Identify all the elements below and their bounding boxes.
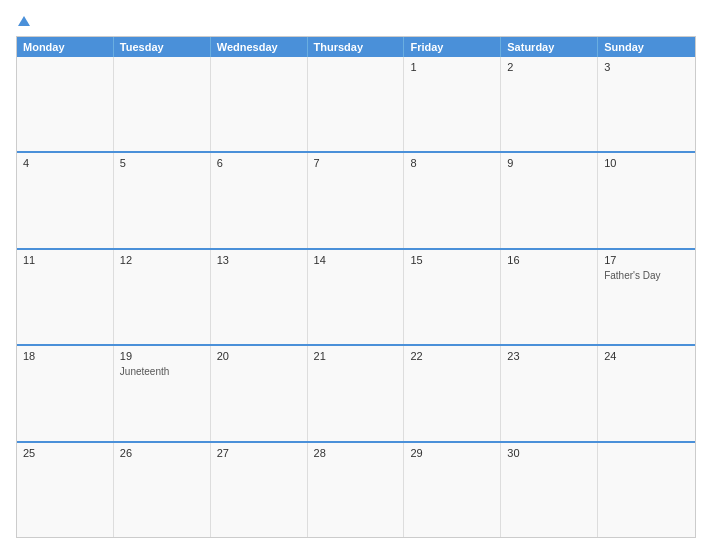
day-number: 25 [23,447,107,459]
calendar-week-3: 11121314151617Father's Day [17,250,695,346]
calendar-cell: 30 [501,443,598,537]
day-number: 24 [604,350,689,362]
day-number: 16 [507,254,591,266]
day-number: 2 [507,61,591,73]
calendar-cell: 15 [404,250,501,344]
day-number: 3 [604,61,689,73]
day-number: 26 [120,447,204,459]
day-number: 8 [410,157,494,169]
calendar-cell: 20 [211,346,308,440]
day-number: 6 [217,157,301,169]
calendar-cell: 13 [211,250,308,344]
calendar-cell: 9 [501,153,598,247]
day-number: 27 [217,447,301,459]
calendar-cell: 3 [598,57,695,151]
calendar-cell: 17Father's Day [598,250,695,344]
calendar-body: 1234567891011121314151617Father's Day181… [17,57,695,537]
day-number: 19 [120,350,204,362]
day-number: 29 [410,447,494,459]
calendar-cell: 14 [308,250,405,344]
day-number: 1 [410,61,494,73]
day-number: 30 [507,447,591,459]
weekday-header-sunday: Sunday [598,37,695,57]
calendar-week-2: 45678910 [17,153,695,249]
calendar-cell: 19Juneteenth [114,346,211,440]
day-number: 14 [314,254,398,266]
calendar-header: MondayTuesdayWednesdayThursdayFridaySatu… [17,37,695,57]
day-number: 5 [120,157,204,169]
day-number: 22 [410,350,494,362]
calendar-cell: 7 [308,153,405,247]
calendar-week-5: 252627282930 [17,443,695,537]
weekday-header-saturday: Saturday [501,37,598,57]
calendar-cell: 22 [404,346,501,440]
event-label: Father's Day [604,270,689,282]
calendar-cell: 28 [308,443,405,537]
weekday-header-thursday: Thursday [308,37,405,57]
calendar-cell: 2 [501,57,598,151]
day-number: 20 [217,350,301,362]
calendar-cell: 27 [211,443,308,537]
calendar-cell: 26 [114,443,211,537]
day-number: 18 [23,350,107,362]
day-number: 17 [604,254,689,266]
weekday-header-wednesday: Wednesday [211,37,308,57]
weekday-header-tuesday: Tuesday [114,37,211,57]
calendar-cell: 25 [17,443,114,537]
calendar-cell: 24 [598,346,695,440]
calendar-cell: 29 [404,443,501,537]
calendar-cell: 12 [114,250,211,344]
calendar-cell: 5 [114,153,211,247]
calendar-cell [598,443,695,537]
calendar-cell: 8 [404,153,501,247]
day-number: 13 [217,254,301,266]
logo-triangle-icon [18,16,30,26]
calendar: MondayTuesdayWednesdayThursdayFridaySatu… [16,36,696,538]
page-header [16,12,696,28]
calendar-week-1: 123 [17,57,695,153]
calendar-cell: 16 [501,250,598,344]
calendar-cell: 4 [17,153,114,247]
calendar-cell: 6 [211,153,308,247]
calendar-cell: 11 [17,250,114,344]
day-number: 28 [314,447,398,459]
calendar-cell: 18 [17,346,114,440]
calendar-cell: 1 [404,57,501,151]
calendar-cell: 21 [308,346,405,440]
calendar-cell: 10 [598,153,695,247]
logo [16,12,30,28]
calendar-cell [308,57,405,151]
calendar-cell: 23 [501,346,598,440]
day-number: 10 [604,157,689,169]
day-number: 23 [507,350,591,362]
calendar-cell [211,57,308,151]
weekday-header-friday: Friday [404,37,501,57]
day-number: 12 [120,254,204,266]
calendar-week-4: 1819Juneteenth2021222324 [17,346,695,442]
calendar-page: MondayTuesdayWednesdayThursdayFridaySatu… [0,0,712,550]
day-number: 11 [23,254,107,266]
calendar-cell [17,57,114,151]
day-number: 9 [507,157,591,169]
weekday-header-monday: Monday [17,37,114,57]
day-number: 15 [410,254,494,266]
event-label: Juneteenth [120,366,204,378]
day-number: 21 [314,350,398,362]
day-number: 7 [314,157,398,169]
calendar-cell [114,57,211,151]
day-number: 4 [23,157,107,169]
